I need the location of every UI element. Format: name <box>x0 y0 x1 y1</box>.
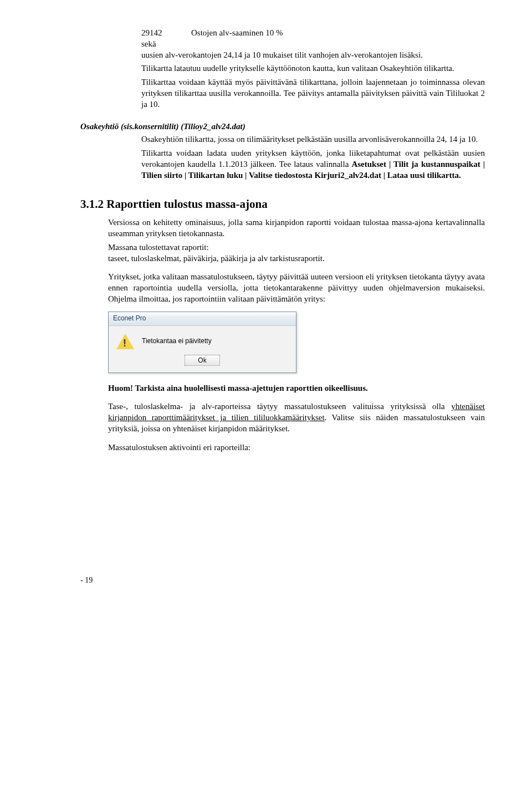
dialog-message: Tietokantaa ei päivitetty <box>142 337 212 346</box>
osake-heading: Osakeyhtiö (sis.konsernitilit) (Tilioy2_… <box>80 121 485 132</box>
tili-row: 29142 Ostojen alv-saaminen 10 % <box>141 28 485 39</box>
top-para-1: uusien alv-verokantojen 24,14 ja 10 muka… <box>141 50 485 61</box>
seka-label: sekä <box>141 39 485 50</box>
page-footer: - 19 <box>80 575 485 585</box>
after-para-3: Massatulostuksen aktivointi eri raportei… <box>108 442 485 453</box>
section-num: 3.1.2 <box>80 197 104 211</box>
after-dialog-block: Huom! Tarkista aina huolellisesti massa-… <box>108 383 485 453</box>
section-body: Versiossa on kehitetty ominaisuus, jolla… <box>108 217 485 305</box>
osake-block: Osakeyhtiön tilikartta, jossa on tilimää… <box>141 134 485 181</box>
section-heading: 3.1.2 Raporttien tulostus massa-ajona <box>80 197 485 212</box>
osake-para-1: Osakeyhtiön tilikartta, jossa on tilimää… <box>141 134 485 145</box>
section-para-3: taseet, tuloslaskelmat, päiväkirja, pääk… <box>108 253 485 264</box>
top-indent-block: 29142 Ostojen alv-saaminen 10 % sekä uus… <box>141 28 485 110</box>
tili-name: Ostojen alv-saaminen 10 % <box>191 28 283 39</box>
after-para-2a: Tase-, tuloslaskelma- ja alv-raporteissa… <box>108 402 451 411</box>
dialog-button-row: Ok <box>109 353 296 373</box>
after-para-2: Tase-, tuloslaskelma- ja alv-raporteissa… <box>108 401 485 434</box>
section-para-4: Yritykset, jotka valitaan massatulostuks… <box>108 272 485 304</box>
info-dialog: Econet Pro Tietokantaa ei päivitetty Ok <box>108 312 296 373</box>
huom-para: Huom! Tarkista aina huolellisesti massa-… <box>108 383 485 394</box>
warning-icon <box>116 334 134 349</box>
dialog-title: Econet Pro <box>109 312 296 326</box>
section-title: Raporttien tulostus massa-ajona <box>106 197 268 211</box>
top-para-2: Tilikartta latautuu uudelle yritykselle … <box>141 63 485 74</box>
top-para-3: Tilikarttaa voidaan käyttää myös päivitt… <box>141 77 485 110</box>
ok-button[interactable]: Ok <box>185 355 220 366</box>
tili-code: 29142 <box>141 28 191 39</box>
section-para-2: Massana tulostettavat raportit: <box>108 242 485 253</box>
section-para-1: Versiossa on kehitetty ominaisuus, jolla… <box>108 217 485 239</box>
osake-para-2: Tilikartta voidaan ladata uuden yritykse… <box>141 148 485 181</box>
dialog-body: Tietokantaa ei päivitetty <box>109 326 296 353</box>
